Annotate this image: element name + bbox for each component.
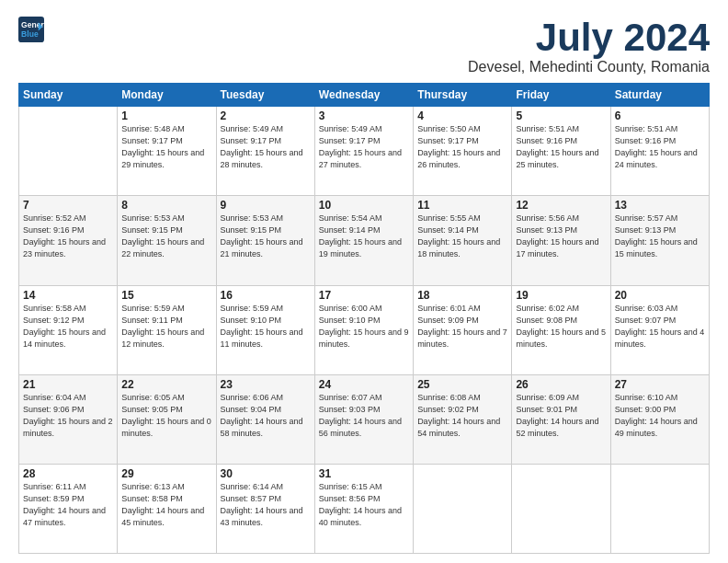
day-number: 19 [516, 289, 606, 302]
day-info: Sunrise: 5:52 AM Sunset: 9:16 PM Dayligh… [23, 213, 113, 260]
col-sunday: Sunday [19, 84, 118, 107]
calendar-week-4: 21Sunrise: 6:04 AM Sunset: 9:06 PM Dayli… [19, 374, 710, 464]
day-number: 16 [221, 289, 311, 302]
day-info: Sunrise: 6:11 AM Sunset: 8:59 PM Dayligh… [23, 481, 113, 529]
table-row: 23Sunrise: 6:06 AM Sunset: 9:04 PM Dayli… [216, 374, 314, 464]
calendar-week-1: 1Sunrise: 5:48 AM Sunset: 9:17 PM Daylig… [19, 107, 710, 196]
day-info: Sunrise: 6:15 AM Sunset: 8:56 PM Dayligh… [319, 481, 409, 529]
day-info: Sunrise: 6:03 AM Sunset: 9:07 PM Dayligh… [615, 303, 705, 350]
col-friday: Friday [512, 84, 610, 107]
day-number: 2 [221, 109, 311, 122]
day-number: 28 [23, 467, 113, 480]
table-row: 14Sunrise: 5:58 AM Sunset: 9:12 PM Dayli… [19, 285, 118, 374]
day-number: 17 [319, 289, 409, 302]
calendar-week-2: 7Sunrise: 5:52 AM Sunset: 9:16 PM Daylig… [19, 196, 710, 285]
main-title: July 2024 [468, 17, 710, 59]
title-block: July 2024 Devesel, Mehedinti County, Rom… [468, 17, 710, 75]
table-row: 16Sunrise: 5:59 AM Sunset: 9:10 PM Dayli… [216, 285, 314, 374]
day-number: 23 [221, 378, 311, 391]
table-row: 29Sunrise: 6:13 AM Sunset: 8:58 PM Dayli… [118, 464, 216, 553]
table-row: 11Sunrise: 5:55 AM Sunset: 9:14 PM Dayli… [414, 196, 512, 285]
calendar-table: Sunday Monday Tuesday Wednesday Thursday… [18, 83, 710, 554]
day-info: Sunrise: 6:08 AM Sunset: 9:02 PM Dayligh… [417, 392, 507, 440]
day-number: 21 [23, 378, 113, 391]
logo: General Blue [18, 17, 44, 42]
table-row [610, 464, 709, 553]
day-number: 5 [516, 109, 606, 122]
day-info: Sunrise: 5:48 AM Sunset: 9:17 PM Dayligh… [121, 123, 211, 171]
day-number: 9 [221, 199, 311, 212]
day-info: Sunrise: 6:09 AM Sunset: 9:01 PM Dayligh… [516, 392, 606, 440]
day-number: 25 [417, 378, 507, 391]
table-row: 18Sunrise: 6:01 AM Sunset: 9:09 PM Dayli… [414, 285, 512, 374]
day-info: Sunrise: 5:54 AM Sunset: 9:14 PM Dayligh… [319, 213, 409, 260]
table-row: 26Sunrise: 6:09 AM Sunset: 9:01 PM Dayli… [512, 374, 610, 464]
table-row: 17Sunrise: 6:00 AM Sunset: 9:10 PM Dayli… [314, 285, 413, 374]
table-row: 24Sunrise: 6:07 AM Sunset: 9:03 PM Dayli… [314, 374, 413, 464]
day-info: Sunrise: 5:57 AM Sunset: 9:13 PM Dayligh… [615, 213, 705, 260]
table-row: 31Sunrise: 6:15 AM Sunset: 8:56 PM Dayli… [314, 464, 413, 553]
day-number: 1 [121, 109, 211, 122]
header: General Blue July 2024 Devesel, Mehedint… [18, 17, 710, 75]
day-info: Sunrise: 5:59 AM Sunset: 9:11 PM Dayligh… [121, 303, 211, 350]
header-row: Sunday Monday Tuesday Wednesday Thursday… [19, 84, 710, 107]
day-number: 14 [23, 289, 113, 302]
table-row: 5Sunrise: 5:51 AM Sunset: 9:16 PM Daylig… [512, 107, 610, 196]
day-number: 22 [121, 378, 211, 391]
table-row: 13Sunrise: 5:57 AM Sunset: 9:13 PM Dayli… [610, 196, 709, 285]
table-row: 6Sunrise: 5:51 AM Sunset: 9:16 PM Daylig… [610, 107, 709, 196]
day-info: Sunrise: 5:51 AM Sunset: 9:16 PM Dayligh… [516, 123, 606, 171]
day-info: Sunrise: 5:51 AM Sunset: 9:16 PM Dayligh… [615, 123, 705, 171]
table-row [414, 464, 512, 553]
table-row: 9Sunrise: 5:53 AM Sunset: 9:15 PM Daylig… [216, 196, 314, 285]
day-number: 26 [516, 378, 606, 391]
day-info: Sunrise: 6:14 AM Sunset: 8:57 PM Dayligh… [221, 481, 311, 529]
day-info: Sunrise: 5:53 AM Sunset: 9:15 PM Dayligh… [221, 213, 311, 260]
table-row [512, 464, 610, 553]
calendar-week-3: 14Sunrise: 5:58 AM Sunset: 9:12 PM Dayli… [19, 285, 710, 374]
table-row: 27Sunrise: 6:10 AM Sunset: 9:00 PM Dayli… [610, 374, 709, 464]
day-info: Sunrise: 6:01 AM Sunset: 9:09 PM Dayligh… [417, 303, 507, 350]
day-number: 12 [516, 199, 606, 212]
table-row: 20Sunrise: 6:03 AM Sunset: 9:07 PM Dayli… [610, 285, 709, 374]
day-info: Sunrise: 6:10 AM Sunset: 9:00 PM Dayligh… [615, 392, 705, 440]
svg-text:Blue: Blue [21, 29, 39, 39]
day-number: 3 [319, 109, 409, 122]
day-info: Sunrise: 5:49 AM Sunset: 9:17 PM Dayligh… [221, 123, 311, 171]
table-row: 30Sunrise: 6:14 AM Sunset: 8:57 PM Dayli… [216, 464, 314, 553]
day-info: Sunrise: 6:00 AM Sunset: 9:10 PM Dayligh… [319, 303, 409, 350]
page: General Blue July 2024 Devesel, Mehedint… [0, 0, 728, 563]
day-number: 18 [417, 289, 507, 302]
table-row: 4Sunrise: 5:50 AM Sunset: 9:17 PM Daylig… [414, 107, 512, 196]
col-tuesday: Tuesday [216, 84, 314, 107]
day-number: 8 [121, 199, 211, 212]
table-row: 22Sunrise: 6:05 AM Sunset: 9:05 PM Dayli… [118, 374, 216, 464]
day-number: 15 [121, 289, 211, 302]
day-info: Sunrise: 6:07 AM Sunset: 9:03 PM Dayligh… [319, 392, 409, 440]
table-row: 10Sunrise: 5:54 AM Sunset: 9:14 PM Dayli… [314, 196, 413, 285]
table-row: 1Sunrise: 5:48 AM Sunset: 9:17 PM Daylig… [118, 107, 216, 196]
day-info: Sunrise: 5:49 AM Sunset: 9:17 PM Dayligh… [319, 123, 409, 171]
day-number: 13 [615, 199, 705, 212]
day-number: 20 [615, 289, 705, 302]
day-info: Sunrise: 6:06 AM Sunset: 9:04 PM Dayligh… [221, 392, 311, 440]
subtitle: Devesel, Mehedinti County, Romania [468, 59, 710, 75]
day-info: Sunrise: 6:02 AM Sunset: 9:08 PM Dayligh… [516, 303, 606, 350]
table-row: 21Sunrise: 6:04 AM Sunset: 9:06 PM Dayli… [19, 374, 118, 464]
col-wednesday: Wednesday [314, 84, 413, 107]
col-saturday: Saturday [610, 84, 709, 107]
day-info: Sunrise: 5:53 AM Sunset: 9:15 PM Dayligh… [121, 213, 211, 260]
col-monday: Monday [118, 84, 216, 107]
day-number: 7 [23, 199, 113, 212]
day-number: 29 [121, 467, 211, 480]
table-row: 2Sunrise: 5:49 AM Sunset: 9:17 PM Daylig… [216, 107, 314, 196]
day-info: Sunrise: 6:05 AM Sunset: 9:05 PM Dayligh… [121, 392, 211, 440]
day-number: 24 [319, 378, 409, 391]
day-info: Sunrise: 5:56 AM Sunset: 9:13 PM Dayligh… [516, 213, 606, 260]
day-info: Sunrise: 6:04 AM Sunset: 9:06 PM Dayligh… [23, 392, 113, 440]
day-number: 10 [319, 199, 409, 212]
day-number: 6 [615, 109, 705, 122]
table-row: 12Sunrise: 5:56 AM Sunset: 9:13 PM Dayli… [512, 196, 610, 285]
table-row: 8Sunrise: 5:53 AM Sunset: 9:15 PM Daylig… [118, 196, 216, 285]
table-row: 7Sunrise: 5:52 AM Sunset: 9:16 PM Daylig… [19, 196, 118, 285]
